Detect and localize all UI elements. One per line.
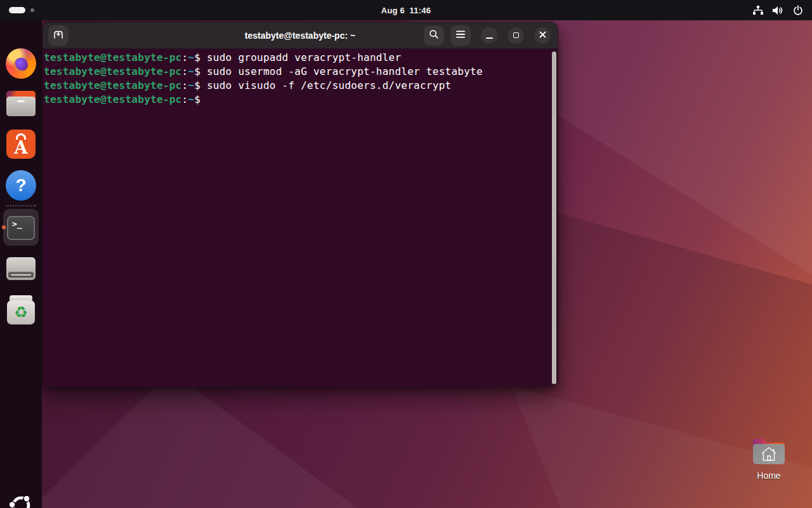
dock-item-terminal[interactable]: >_ — [0, 210, 42, 240]
dock-item-ubuntu-software[interactable]: A — [0, 130, 42, 159]
search-button[interactable] — [424, 25, 444, 46]
show-apps-button[interactable] — [0, 493, 42, 508]
desktop-home-icon[interactable]: Home — [747, 434, 790, 481]
terminal-scrollbar[interactable] — [552, 51, 556, 384]
close-button[interactable] — [534, 27, 551, 44]
firefox-icon — [6, 48, 36, 79]
top-bar: Aug 6 11:46 — [0, 0, 812, 20]
terminal-line: testabyte@testabyte-pc:~$ sudo visudo -f… — [44, 79, 546, 93]
maximize-icon — [513, 32, 519, 38]
trash-icon: ♻ — [7, 295, 35, 324]
terminal-titlebar[interactable]: testabyte@testabyte-pc: ~ — [43, 22, 558, 49]
ubuntu-logo-icon — [8, 493, 34, 508]
dock-item-firefox[interactable] — [0, 48, 42, 79]
terminal-line: testabyte@testabyte-pc:~$ — [44, 93, 546, 107]
new-tab-button[interactable] — [48, 25, 69, 46]
disk-icon — [6, 257, 36, 280]
dock-item-help[interactable]: ? — [0, 170, 42, 201]
terminal-line: testabyte@testabyte-pc:~$ sudo usermod -… — [44, 65, 546, 79]
dock-separator — [6, 205, 36, 206]
minimize-button[interactable] — [481, 27, 497, 44]
dock: A ? >_ ♻ — [0, 20, 42, 508]
close-icon — [539, 30, 546, 40]
home-folder-icon — [750, 457, 787, 468]
terminal-screen[interactable]: testabyte@testabyte-pc:~$ sudo groupadd … — [43, 49, 558, 387]
home-icon-label: Home — [747, 471, 790, 481]
terminal-line: testabyte@testabyte-pc:~$ sudo groupadd … — [44, 51, 546, 65]
terminal-output: testabyte@testabyte-pc:~$ sudo groupadd … — [43, 49, 558, 107]
clock[interactable]: Aug 6 11:46 — [0, 6, 812, 15]
search-icon — [429, 29, 439, 41]
system-tray[interactable] — [752, 5, 812, 15]
files-icon — [6, 91, 36, 116]
dock-item-disks[interactable] — [0, 254, 42, 280]
power-icon — [793, 5, 803, 15]
terminal-window: testabyte@testabyte-pc: ~ — [42, 22, 558, 387]
dock-item-files[interactable] — [0, 89, 42, 116]
hamburger-menu-icon — [455, 30, 466, 41]
minimize-icon — [486, 37, 493, 39]
network-wired-icon — [752, 6, 764, 15]
menu-button[interactable] — [450, 25, 471, 46]
help-icon: ? — [6, 170, 36, 201]
new-tab-icon — [52, 28, 65, 43]
dock-item-trash[interactable]: ♻ — [0, 295, 42, 324]
terminal-icon: >_ — [7, 216, 35, 240]
maximize-button[interactable] — [508, 27, 524, 44]
volume-icon — [773, 6, 784, 15]
ubuntu-software-icon: A — [6, 130, 36, 159]
